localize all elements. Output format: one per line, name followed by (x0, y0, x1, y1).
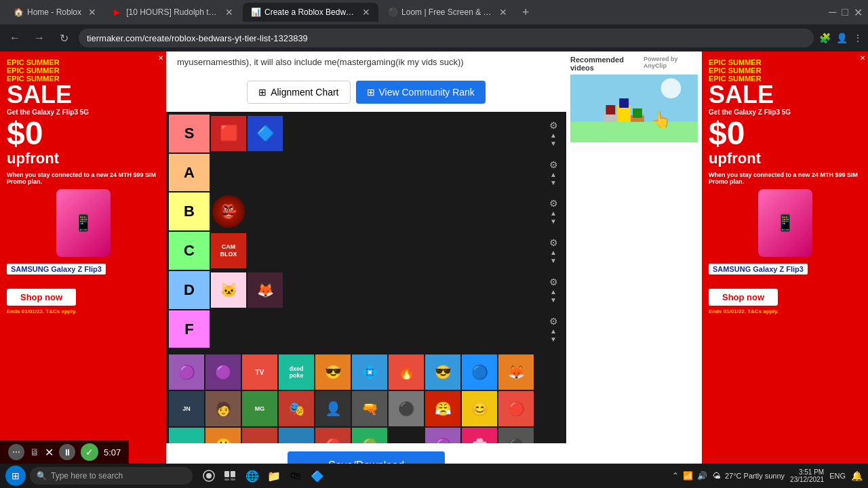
start-button[interactable]: ⊞ (5, 466, 26, 486)
taskbar-browser[interactable]: 🌐 (243, 466, 262, 485)
pool-item-9[interactable]: 🔵 (462, 354, 497, 390)
pool-item-18[interactable]: 😤 (425, 391, 460, 426)
tier-item-s1[interactable]: 🟥 (211, 116, 246, 151)
pool-item-5[interactable]: 😎 (315, 354, 351, 390)
tier-controls-c: ⚙ ▲ ▼ (543, 232, 564, 270)
tier-down-c[interactable]: ▼ (550, 258, 557, 264)
tier-item-b1[interactable]: 👺 (211, 194, 246, 229)
tab-loom[interactable]: ⚫ Loom | Free Screen & Video Rec... ✕ (380, 3, 515, 22)
pool-item-10[interactable]: 🦊 (498, 354, 534, 390)
tier-items-d[interactable]: 🐱 🦊 (210, 271, 543, 309)
pool-item-8[interactable]: 😎 (425, 354, 460, 390)
new-tab-button[interactable]: + (517, 5, 535, 20)
tier-items-c[interactable]: CAM BLOX (210, 232, 543, 270)
tab-loom-close[interactable]: ✕ (499, 7, 507, 18)
address-bar[interactable]: tiermaker.com/create/roblox-bedwars-yt-t… (79, 28, 814, 47)
maximize-button[interactable]: □ (842, 6, 848, 18)
pool-item-4[interactable]: dxedpoke (279, 354, 314, 390)
tier-down-f[interactable]: ▼ (550, 336, 557, 343)
forward-button[interactable]: → (30, 28, 49, 47)
profile-icon[interactable]: 👤 (836, 33, 848, 43)
tier-gear-b[interactable]: ⚙ (549, 198, 558, 209)
pool-item-2[interactable]: 🟣 (205, 354, 241, 390)
tier-gear-c[interactable]: ⚙ (549, 237, 558, 248)
tab-home-title: Home - Roblox (27, 7, 81, 17)
taskbar-search-box[interactable]: 🔍 Type here to search (30, 467, 193, 485)
taskbar-cortana[interactable] (199, 466, 218, 485)
tier-up-c[interactable]: ▲ (550, 249, 557, 256)
alignment-chart-button[interactable]: ⊞ Alignment Chart (247, 81, 350, 104)
pool-item-14[interactable]: 🎭 (279, 391, 314, 426)
taskbar-explorer[interactable]: 📁 (264, 466, 283, 485)
svg-rect-5 (619, 98, 629, 108)
community-rank-button[interactable]: ⊞ View Community Rank (356, 81, 486, 104)
tier-down-a[interactable]: ▼ (550, 180, 557, 186)
tab-home[interactable]: 🏠 Home - Roblox ✕ (5, 3, 104, 22)
tier-items-s[interactable]: 🟥 🔷 (210, 115, 543, 152)
recording-check[interactable]: ✓ (81, 443, 98, 461)
tier-up-d[interactable]: ▲ (550, 289, 557, 296)
svg-rect-14 (224, 479, 229, 481)
tier-up-a[interactable]: ▲ (550, 171, 557, 178)
tier-gear-s[interactable]: ⚙ (549, 120, 558, 131)
pool-item-16[interactable]: 🔫 (352, 391, 387, 426)
tab-home-close[interactable]: ✕ (88, 7, 96, 18)
ad-shop-left[interactable]: Shop now (7, 289, 76, 306)
tab-tiermaker[interactable]: 📊 Create a Roblox Bedwars Yt Tier... ✕ (243, 3, 378, 22)
tier-item-s2[interactable]: 🔷 (248, 116, 283, 151)
video-thumbnail[interactable]: 👆 (570, 75, 698, 142)
tier-gear-f[interactable]: ⚙ (549, 316, 558, 327)
taskbar-search-text: Type here to search (51, 471, 123, 481)
settings-icon[interactable]: ⋮ (853, 33, 863, 43)
tier-item-camblox[interactable]: CAM BLOX (211, 233, 246, 268)
tier-gear-d[interactable]: ⚙ (549, 277, 558, 287)
tier-items-f[interactable] (210, 310, 543, 348)
pool-item-19[interactable]: 😊 (462, 391, 497, 426)
pool-item-12[interactable]: 🧑 (205, 391, 241, 426)
pool-item-3[interactable]: TV (242, 354, 277, 390)
taskbar-chevron[interactable]: ⌃ (672, 471, 679, 481)
tab-yt-close[interactable]: ✕ (225, 7, 233, 18)
tier-up-s[interactable]: ▲ (550, 132, 557, 139)
pool-item-6[interactable]: 💠 (352, 354, 387, 390)
tab-youtube[interactable]: ▶ [10 HOURS] Rudolph the R... ✕ (106, 3, 241, 22)
pool-item-15[interactable]: 👤 (315, 391, 351, 426)
tier-gear-a[interactable]: ⚙ (549, 159, 558, 170)
ad-close-right[interactable]: ✕ (860, 54, 865, 62)
ad-shop-right[interactable]: Shop now (709, 289, 778, 306)
tier-down-s[interactable]: ▼ (550, 140, 557, 147)
pool-item-7[interactable]: 🔥 (389, 354, 424, 390)
pool-item-17[interactable]: ⚫ (389, 391, 424, 426)
taskbar-store[interactable]: 🛍 (286, 466, 305, 485)
close-window-button[interactable]: ✕ (854, 6, 863, 19)
ad-close-left[interactable]: ✕ (158, 54, 163, 62)
tier-items-b[interactable]: 👺 (210, 192, 543, 230)
recording-stop-button[interactable]: ✕ (45, 446, 54, 459)
pool-item-13[interactable]: MG (242, 391, 277, 426)
taskbar-taskview[interactable] (221, 466, 240, 485)
language-indicator[interactable]: ENG (829, 472, 846, 480)
tier-up-b[interactable]: ▲ (550, 210, 557, 217)
notification-icon[interactable]: 🔔 (851, 470, 863, 481)
recording-menu-button[interactable]: ⋯ (8, 444, 24, 460)
recording-pause-button[interactable]: ⏸ (59, 444, 75, 460)
pool-item-11[interactable]: JN (169, 391, 204, 426)
taskbar-network[interactable]: 📶 (683, 471, 693, 481)
tier-down-d[interactable]: ▼ (550, 297, 557, 304)
tier-item-d1[interactable]: 🐱 (211, 272, 246, 308)
reload-button[interactable]: ↻ (54, 28, 73, 47)
pool-item-20[interactable]: 🔴 (498, 391, 534, 426)
extensions-icon[interactable]: 🧩 (819, 33, 831, 43)
back-button[interactable]: ← (5, 28, 24, 47)
tier-down-b[interactable]: ▼ (550, 218, 557, 225)
tier-up-f[interactable]: ▲ (550, 328, 557, 335)
taskbar-sound[interactable]: 🔊 (697, 471, 707, 481)
ad-samsung-row-left: SAMSUNG Galaxy Z Flip3 (7, 261, 159, 274)
pool-item-1[interactable]: 🟣 (169, 354, 204, 390)
tab-tier-close[interactable]: ✕ (362, 7, 370, 18)
minimize-button[interactable]: ─ (829, 6, 836, 18)
taskbar-app[interactable]: 🔷 (308, 466, 327, 485)
tier-item-d2[interactable]: 🦊 (248, 272, 283, 308)
tier-items-a[interactable] (210, 154, 543, 191)
taskbar-right: ⌃ 📶 🔊 🌤 27°C Partly sunny 3:51 PM 23/12/… (672, 468, 863, 483)
